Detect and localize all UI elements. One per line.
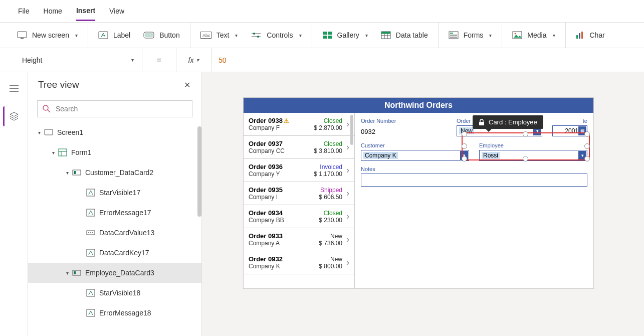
tree-node-label: DataCardKey17: [99, 249, 149, 257]
svg-rect-22: [450, 33, 453, 34]
order-date-value: 2001: [565, 127, 578, 134]
text-button[interactable]: Abc Text ▾: [200, 31, 238, 39]
chart-icon: [576, 31, 585, 39]
order-company: Company F: [249, 124, 314, 131]
caret-icon: ▾: [50, 150, 56, 155]
order-number-value: 0932: [361, 125, 447, 137]
tree-node-starvisible17[interactable]: StarVisible17: [28, 183, 201, 203]
chevron-right-icon: ›: [346, 142, 349, 152]
tree-node-errormessage17[interactable]: ErrorMessage17: [28, 203, 201, 223]
order-number: Order 0934: [249, 209, 319, 217]
order-item[interactable]: Order 0938⚠Company FClosed$ 2,870.00›: [244, 113, 354, 136]
order-date-label: te: [552, 118, 587, 124]
tree-node-screen1[interactable]: ▾Screen1: [28, 122, 201, 142]
tree-title: Tree view: [38, 79, 79, 90]
search-icon: [43, 105, 51, 113]
text-label: Text: [217, 31, 230, 39]
lock-icon: [479, 119, 485, 126]
order-item[interactable]: Order 0936Company YInvoiced$ 1,170.00›: [244, 159, 354, 182]
order-item[interactable]: Order 0932Company KNew$ 800.00›: [244, 251, 354, 274]
svg-rect-1: [21, 38, 24, 39]
new-screen-button[interactable]: New screen ▾: [17, 31, 78, 39]
gallery-icon: [322, 31, 332, 39]
caret-icon: ▾: [36, 130, 42, 135]
menu-view[interactable]: View: [109, 2, 124, 20]
tree-node-datacardvalue13[interactable]: DataCardValue13: [28, 223, 201, 243]
formula-input[interactable]: [211, 56, 644, 64]
menu-insert[interactable]: Insert: [76, 2, 95, 21]
svg-rect-36: [59, 149, 67, 156]
screen-icon: [17, 31, 27, 39]
datatable-icon: [381, 31, 391, 39]
tree-node-form1[interactable]: ▾Form1: [28, 142, 201, 162]
menu-file[interactable]: File: [18, 2, 30, 20]
tree-node-starvisible18[interactable]: StarVisible18: [28, 283, 201, 303]
tree-panel: Tree view ✕ ▾Screen1▾Form1▾Customer_Data…: [28, 72, 202, 336]
order-number-label: Order Number: [361, 118, 447, 124]
forms-button[interactable]: Forms ▾: [449, 31, 492, 39]
chevron-down-icon: ▾: [299, 33, 302, 38]
tree-view-button[interactable]: [3, 106, 23, 126]
menu-home[interactable]: Home: [44, 2, 62, 20]
tree-node-label: Screen1: [57, 128, 83, 136]
tree-node-datacardkey17[interactable]: DataCardKey17: [28, 243, 201, 263]
data-table-button[interactable]: Data table: [381, 31, 428, 39]
tooltip-text: Card : Employee: [489, 118, 537, 126]
controls-button[interactable]: Controls ▾: [251, 31, 301, 39]
order-status: Closed: [314, 140, 342, 147]
chevron-down-icon: ▾: [365, 33, 368, 38]
svg-point-45: [90, 232, 91, 233]
order-item[interactable]: Order 0934Company BBClosed$ 230.00›: [244, 205, 354, 228]
svg-point-10: [257, 36, 259, 38]
svg-point-26: [515, 33, 516, 35]
tree-node-label: StarVisible17: [99, 189, 140, 197]
gallery-button[interactable]: Gallery ▾: [322, 31, 368, 39]
order-item[interactable]: Order 0933Company ANew$ 736.00›: [244, 228, 354, 251]
close-button[interactable]: ✕: [183, 80, 191, 90]
svg-rect-13: [323, 36, 327, 39]
ctrl-icon: [86, 248, 95, 257]
tree-node-customer_datacard2[interactable]: ▾Customer_DataCard2: [28, 162, 201, 183]
svg-point-33: [43, 105, 48, 110]
media-icon: [512, 31, 522, 39]
label-button[interactable]: Label: [98, 31, 130, 39]
hamburger-button[interactable]: [4, 78, 24, 98]
data-table-label: Data table: [396, 31, 428, 39]
tree-node-errormessage18[interactable]: ErrorMessage18: [28, 303, 201, 323]
svg-rect-49: [74, 271, 76, 274]
order-company: Company CC: [249, 147, 314, 154]
notes-input[interactable]: [361, 174, 587, 187]
forms-label: Forms: [464, 31, 484, 39]
svg-point-8: [253, 33, 255, 35]
svg-rect-29: [581, 32, 583, 39]
order-item[interactable]: Order 0937Company CCClosed$ 3,810.00›: [244, 136, 354, 159]
order-company: Company A: [249, 240, 319, 247]
order-item[interactable]: Order 0935Company IShipped$ 606.50›: [244, 182, 354, 205]
ctrl-icon: [86, 188, 95, 197]
text-icon: Abc: [200, 32, 211, 39]
order-amount: $ 800.00: [319, 263, 342, 270]
customer-combo[interactable]: Company K▾: [361, 150, 469, 161]
chevron-down-icon: ▾: [131, 57, 134, 63]
fx-button[interactable]: fx▾: [176, 48, 211, 72]
chart-button[interactable]: Char: [576, 31, 605, 39]
order-number: Order 0937: [249, 140, 314, 147]
order-amount: $ 606.50: [319, 194, 342, 201]
selection-handles[interactable]: [465, 134, 587, 158]
scrollbar-thumb[interactable]: [197, 126, 201, 217]
property-dropdown[interactable]: Height ▾: [0, 48, 142, 72]
canvas-area[interactable]: Northwind Orders Order 0938⚠Company FClo…: [202, 72, 644, 336]
screen-icon: [44, 128, 53, 137]
orders-gallery[interactable]: Order 0938⚠Company FClosed$ 2,870.00›Ord…: [244, 113, 355, 288]
selection-tooltip: Card : Employee: [473, 115, 543, 129]
search-input[interactable]: [56, 105, 187, 113]
media-button[interactable]: Media ▾: [512, 31, 555, 39]
tree-search[interactable]: [37, 100, 192, 117]
customer-value: Company K: [363, 152, 398, 159]
caret-icon: ▾: [64, 270, 70, 276]
customer-label: Customer: [361, 142, 469, 148]
button-label: Button: [159, 31, 179, 39]
button-button[interactable]: Button: [143, 31, 179, 39]
tree-node-label: Customer_DataCard2: [85, 169, 153, 177]
tree-node-employee_datacard3[interactable]: ▾Employee_DataCard3: [28, 263, 201, 283]
